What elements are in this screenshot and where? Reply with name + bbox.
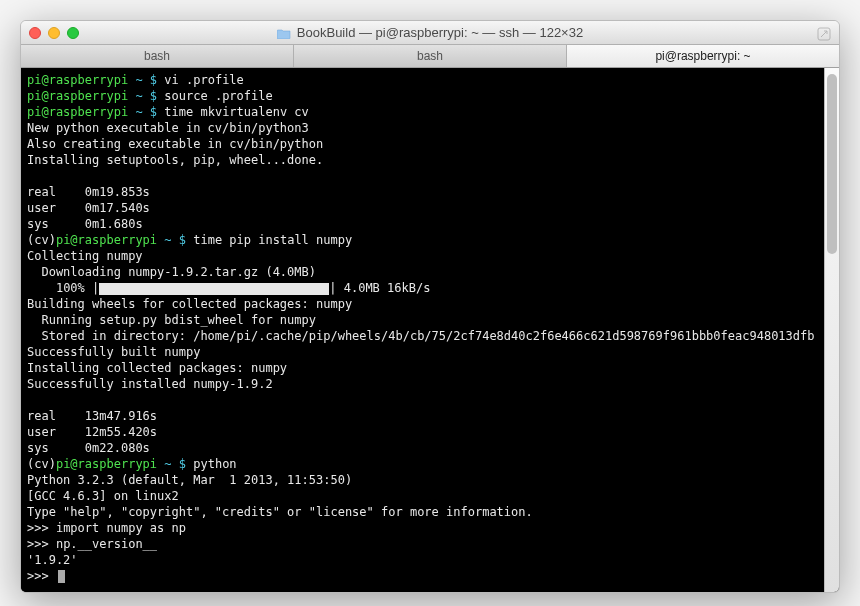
timing-value: 0m22.080s (85, 441, 150, 455)
tab-bash-2[interactable]: bash (294, 45, 567, 67)
timing-value: 0m19.853s (85, 185, 150, 199)
traffic-lights (29, 27, 79, 39)
window-title-text: BookBuild — pi@raspberrypi: ~ — ssh — 12… (297, 25, 583, 40)
out-line: Collecting numpy (27, 249, 143, 263)
cmd-5: python (193, 457, 236, 471)
timing-label: user (27, 425, 56, 439)
close-button[interactable] (29, 27, 41, 39)
tab-bar: bash bash pi@raspberrypi: ~ (21, 45, 839, 68)
out-line: Type "help", "copyright", "credits" or "… (27, 505, 533, 519)
prompt-path: ~ (135, 89, 142, 103)
prompt-sigil: $ (150, 73, 157, 87)
python-ps1: >>> (27, 537, 49, 551)
out-line: Installing collected packages: numpy (27, 361, 287, 375)
prompt-sigil: $ (179, 233, 186, 247)
out-line: Building wheels for collected packages: … (27, 297, 352, 311)
out-line: Successfully built numpy (27, 345, 200, 359)
prompt-path: ~ (135, 105, 142, 119)
progress-pct: 100% (56, 281, 85, 295)
cursor (58, 570, 65, 583)
titlebar[interactable]: BookBuild — pi@raspberrypi: ~ — ssh — 12… (21, 21, 839, 45)
scroll-thumb[interactable] (827, 74, 837, 254)
prompt-user: pi@raspberrypi (27, 105, 128, 119)
venv-prefix: (cv) (27, 233, 56, 247)
cmd-1: vi .profile (164, 73, 243, 87)
terminal-content[interactable]: pi@raspberrypi ~ $ vi .profile pi@raspbe… (21, 68, 824, 592)
prompt-user: pi@raspberrypi (27, 89, 128, 103)
prompt-sigil: $ (150, 89, 157, 103)
python-ps1: >>> (27, 521, 49, 535)
out-line: Also creating executable in cv/bin/pytho… (27, 137, 323, 151)
venv-prefix: (cv) (27, 457, 56, 471)
timing-value: 13m47.916s (85, 409, 157, 423)
python-input: import numpy as np (56, 521, 186, 535)
cmd-3: time mkvirtualenv cv (164, 105, 309, 119)
timing-label: sys (27, 217, 49, 231)
tab-bash-1[interactable]: bash (21, 45, 294, 67)
out-line: [GCC 4.6.3] on linux2 (27, 489, 179, 503)
prompt-user: pi@raspberrypi (56, 457, 157, 471)
out-line: Stored in directory: /home/pi/.cache/pip… (27, 329, 814, 343)
prompt-user: pi@raspberrypi (56, 233, 157, 247)
cmd-4: time pip install numpy (193, 233, 352, 247)
prompt-path: ~ (164, 233, 171, 247)
progress-stats: 4.0MB 16kB/s (344, 281, 431, 295)
timing-value: 0m17.540s (85, 201, 150, 215)
timing-value: 0m1.680s (85, 217, 143, 231)
out-line: Installing setuptools, pip, wheel...done… (27, 153, 323, 167)
python-input: np.__version__ (56, 537, 157, 551)
tab-raspberrypi[interactable]: pi@raspberrypi: ~ (567, 45, 839, 67)
out-line: Downloading numpy-1.9.2.tar.gz (4.0MB) (27, 265, 316, 279)
prompt-path: ~ (135, 73, 142, 87)
out-line: Running setup.py bdist_wheel for numpy (27, 313, 316, 327)
out-line: Successfully installed numpy-1.9.2 (27, 377, 273, 391)
timing-label: real (27, 409, 56, 423)
timing-label: real (27, 185, 56, 199)
python-output: '1.9.2' (27, 553, 78, 567)
prompt-user: pi@raspberrypi (27, 73, 128, 87)
timing-label: user (27, 201, 56, 215)
minimize-button[interactable] (48, 27, 60, 39)
timing-value: 12m55.420s (85, 425, 157, 439)
python-ps1: >>> (27, 569, 49, 583)
scrollbar[interactable] (824, 68, 839, 592)
cmd-2: source .profile (164, 89, 272, 103)
out-line: Python 3.2.3 (default, Mar 1 2013, 11:53… (27, 473, 352, 487)
terminal-window: BookBuild — pi@raspberrypi: ~ — ssh — 12… (20, 20, 840, 593)
prompt-sigil: $ (179, 457, 186, 471)
out-line: New python executable in cv/bin/python3 (27, 121, 309, 135)
maximize-button[interactable] (67, 27, 79, 39)
folder-icon (277, 27, 291, 38)
timing-label: sys (27, 441, 49, 455)
prompt-path: ~ (164, 457, 171, 471)
window-title: BookBuild — pi@raspberrypi: ~ — ssh — 12… (21, 25, 839, 40)
prompt-sigil: $ (150, 105, 157, 119)
progress-bar (99, 283, 329, 295)
proxy-icon[interactable] (817, 26, 831, 40)
